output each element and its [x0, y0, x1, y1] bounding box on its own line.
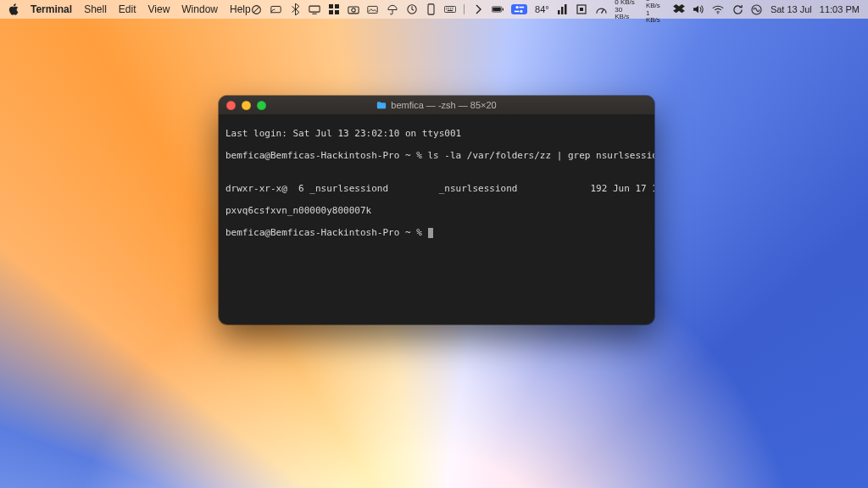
picture-icon[interactable]	[367, 3, 379, 15]
menubar-menu-help[interactable]: Help	[230, 3, 251, 15]
menubar-menu-window[interactable]: Window	[181, 3, 218, 15]
bluetooth-icon[interactable]	[289, 3, 301, 15]
net-up-sub: 1 KB/s	[646, 10, 665, 24]
svg-rect-20	[503, 8, 504, 10]
svg-point-31	[717, 13, 719, 14]
volume-icon[interactable]	[693, 3, 704, 15]
memory-icon[interactable]	[576, 3, 588, 15]
menubar-temperature[interactable]: 84°	[535, 4, 549, 14]
window-close-button[interactable]	[226, 101, 236, 110]
network-down-stat[interactable]: 0 KB/s 30 KB/s	[615, 0, 638, 20]
svg-rect-13	[428, 4, 434, 14]
display-icon[interactable]	[309, 3, 320, 15]
control-center-icon[interactable]	[511, 4, 527, 14]
net-up-value: 0 KB/s	[646, 0, 665, 9]
window-traffic-lights	[219, 101, 266, 110]
terminal-content[interactable]: Last login: Sat Jul 13 23:02:10 on ttys0…	[219, 114, 654, 268]
menubar-right: 84° 0 KB/s 30 KB/s 0 KB/s 1 KB/s Sat 13 …	[251, 0, 860, 24]
terminal-title: bemfica — -zsh — 85×20	[219, 100, 654, 110]
svg-rect-27	[565, 4, 567, 14]
do-not-disturb-icon[interactable]	[251, 3, 263, 15]
battery-icon[interactable]	[492, 3, 504, 15]
svg-rect-11	[368, 6, 377, 13]
window-minimize-button[interactable]	[242, 101, 251, 110]
menubar-menu-shell[interactable]: Shell	[84, 3, 107, 15]
app-grid-icon[interactable]	[328, 3, 340, 15]
cast-icon[interactable]	[270, 3, 282, 15]
menubar-menu-edit[interactable]: Edit	[119, 3, 136, 15]
svg-rect-29	[580, 8, 583, 11]
bar-chart-icon[interactable]	[557, 3, 569, 15]
svg-rect-6	[335, 4, 339, 8]
svg-rect-5	[329, 4, 333, 8]
svg-rect-3	[309, 6, 320, 12]
svg-rect-9	[348, 7, 359, 14]
keyboard-icon[interactable]	[444, 3, 456, 15]
svg-rect-19	[492, 8, 501, 11]
svg-rect-26	[561, 7, 564, 14]
svg-line-30	[601, 9, 604, 14]
svg-rect-2	[271, 6, 281, 12]
svg-point-21	[516, 6, 519, 8]
menubar-separator	[464, 4, 465, 14]
terminal-window[interactable]: bemfica — -zsh — 85×20 Last login: Sat J…	[219, 96, 654, 324]
umbrella-icon[interactable]	[387, 3, 398, 15]
menubar-time[interactable]: 11:03 PM	[820, 4, 860, 14]
siri-icon[interactable]	[751, 3, 763, 15]
net-down-sub: 30 KB/s	[615, 7, 638, 20]
menubar-date[interactable]: Sat 13 Jul	[771, 4, 812, 14]
wifi-icon[interactable]	[712, 3, 724, 15]
terminal-line: Last login: Sat Jul 13 23:02:10 on ttys0…	[225, 129, 648, 140]
dropbox-icon[interactable]	[673, 3, 685, 15]
window-zoom-button[interactable]	[257, 101, 266, 110]
clock-icon[interactable]	[406, 3, 418, 15]
svg-line-1	[253, 7, 259, 13]
terminal-line: pxvq6csfxvn_n00000y800007k	[225, 206, 648, 217]
menubar-app-name[interactable]: Terminal	[31, 3, 72, 15]
menubar-menu-view[interactable]: View	[148, 3, 170, 15]
camera-icon[interactable]	[348, 3, 359, 15]
svg-rect-7	[329, 10, 333, 14]
terminal-line: bemfica@Bemficas-Hackintosh-Pro ~ % ls -…	[225, 151, 648, 162]
desktop-background: Terminal Shell Edit View Window Help 84°	[0, 0, 868, 488]
apple-logo-icon[interactable]	[8, 3, 19, 15]
menubar-left: Terminal Shell Edit View Window Help	[8, 3, 251, 15]
svg-rect-8	[335, 10, 339, 14]
terminal-titlebar[interactable]: bemfica — -zsh — 85×20	[219, 96, 654, 114]
svg-rect-25	[558, 10, 560, 14]
terminal-line: drwxr-xr-x@ 6 _nsurlsessiond _nsurlsessi…	[225, 184, 648, 195]
terminal-title-text: bemfica — -zsh — 85×20	[391, 100, 496, 110]
network-up-stat[interactable]: 0 KB/s 1 KB/s	[646, 0, 665, 24]
chevron-right-icon[interactable]	[472, 3, 484, 15]
terminal-cursor	[428, 228, 433, 238]
svg-point-23	[520, 10, 522, 13]
folder-icon	[376, 101, 387, 109]
phone-icon[interactable]	[425, 3, 437, 15]
terminal-prompt-line: bemfica@Bemficas-Hackintosh-Pro ~ %	[225, 228, 648, 239]
svg-point-10	[352, 8, 355, 11]
macos-menubar: Terminal Shell Edit View Window Help 84°	[0, 0, 868, 19]
sync-icon[interactable]	[732, 3, 743, 15]
gauge-icon[interactable]	[595, 3, 607, 15]
net-down-value: 0 KB/s	[615, 0, 638, 6]
terminal-prompt: bemfica@Bemficas-Hackintosh-Pro ~ %	[225, 227, 427, 238]
